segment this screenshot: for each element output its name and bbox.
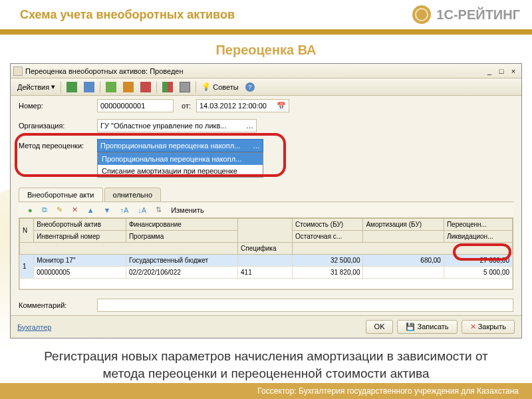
org-label: Организация: bbox=[19, 122, 92, 130]
col-amort[interactable]: Амортизация (БУ) bbox=[363, 219, 444, 231]
ellipsis-icon[interactable]: … bbox=[246, 122, 253, 130]
tips-button[interactable]: 💡Советы bbox=[199, 80, 241, 94]
brand-logo-icon bbox=[412, 5, 431, 24]
sort-asc-icon[interactable]: ↑A bbox=[117, 203, 131, 217]
calendar-icon[interactable]: 📅 bbox=[277, 102, 286, 110]
close-button[interactable]: × bbox=[508, 66, 519, 76]
tabs: Внеоборотные акти олнительно bbox=[11, 182, 521, 201]
dropdown-option-2[interactable]: Списание амортизации при переоценке bbox=[98, 165, 263, 177]
brand: 1С-РЕЙТИНГ bbox=[412, 5, 520, 24]
help-button[interactable]: ? bbox=[243, 80, 257, 94]
minimize-button[interactable]: _ bbox=[484, 66, 495, 76]
edit-row-icon[interactable]: ✎ bbox=[54, 203, 65, 217]
comment-input[interactable] bbox=[97, 299, 513, 312]
change-button[interactable]: Изменить bbox=[168, 203, 207, 217]
copy-row-icon[interactable]: ⧉ bbox=[39, 203, 50, 217]
col-asset[interactable]: Внеоборотный актив bbox=[34, 219, 126, 231]
org-row: Организация: ГУ "Областное управление по… bbox=[11, 116, 521, 136]
table-row-empty bbox=[20, 279, 513, 289]
dropdown-option-1[interactable]: Пропорциональная переоценка накопл... bbox=[98, 153, 263, 165]
maximize-button[interactable]: □ bbox=[496, 66, 507, 76]
toolbar-save-icon[interactable] bbox=[81, 80, 97, 94]
main-toolbar: Действия▾ 💡Советы ? bbox=[11, 78, 521, 96]
date-label: от: bbox=[182, 102, 191, 110]
close-button[interactable]: ✕ Закрыть bbox=[462, 320, 515, 334]
col-reval[interactable]: Переоценн... bbox=[444, 219, 512, 231]
col-prog[interactable]: Программа bbox=[126, 231, 237, 243]
sort-desc-icon[interactable]: ↓A bbox=[135, 203, 149, 217]
brand-text: 1С-РЕЙТИНГ bbox=[436, 7, 520, 23]
save-button[interactable]: 💾 Записать bbox=[397, 320, 457, 334]
bulb-icon: 💡 bbox=[201, 82, 211, 91]
toolbar-dt-kt-icon[interactable] bbox=[160, 80, 176, 94]
titlebar: Переоценка внеоборотных активов: Проведе… bbox=[11, 64, 521, 78]
dialog-window: Переоценка внеоборотных активов: Проведе… bbox=[10, 63, 522, 338]
section-title: Переоценка ВА bbox=[0, 43, 532, 58]
table-row[interactable]: 000000005 02/2/202/106/022 411 31 820,00… bbox=[20, 267, 513, 279]
actions-dropdown[interactable]: Действия▾ bbox=[15, 80, 58, 94]
caption-text: Регистрация новых параметров начисления … bbox=[0, 338, 532, 387]
comment-row: Комментарий: bbox=[11, 295, 521, 315]
bottom-bar: Бухгалтер OK 💾 Записать ✕ Закрыть bbox=[11, 315, 521, 338]
toolbar-register-icon[interactable] bbox=[138, 80, 154, 94]
number-label: Номер: bbox=[19, 102, 92, 110]
cell-prog: 02/2/202/106/022 bbox=[126, 267, 237, 279]
col-fin[interactable]: Финансирование bbox=[126, 219, 237, 231]
save-icon: 💾 bbox=[406, 323, 415, 331]
chevron-down-icon: ▾ bbox=[51, 82, 55, 91]
toolbar-refresh-icon[interactable] bbox=[103, 80, 119, 94]
move-down-icon[interactable]: ▼ bbox=[101, 203, 114, 217]
col-spec bbox=[238, 219, 293, 243]
cell-reval: 27 000,00 bbox=[444, 255, 512, 267]
cell-cost: 32 500,00 bbox=[292, 255, 362, 267]
number-input[interactable]: 00000000001 bbox=[97, 99, 174, 112]
cell-n: 1 bbox=[20, 255, 34, 279]
tab-additional[interactable]: олнительно bbox=[104, 188, 162, 201]
fill-button[interactable]: ⇅ bbox=[153, 203, 164, 217]
col-spec-label[interactable]: Специфика bbox=[238, 243, 293, 255]
cell-liq: 5 000,00 bbox=[444, 267, 512, 279]
cell-amort: 680,00 bbox=[363, 255, 444, 267]
close-icon: ✕ bbox=[470, 323, 476, 331]
toolbar-structure-icon[interactable] bbox=[120, 80, 136, 94]
delete-row-icon[interactable]: ✕ bbox=[69, 203, 80, 217]
ellipsis-icon: … bbox=[253, 142, 260, 150]
grid: N Внеоборотный актив Финансирование Стои… bbox=[19, 217, 513, 290]
user-link[interactable]: Бухгалтер bbox=[17, 323, 51, 331]
window-title: Переоценка внеоборотных активов: Проведе… bbox=[25, 67, 184, 75]
slide-header: Схема учета внеоборотных активов 1С-РЕЙТ… bbox=[0, 0, 532, 35]
cell-rest: 31 820,00 bbox=[292, 267, 362, 279]
ok-button[interactable]: OK bbox=[366, 320, 394, 334]
org-input[interactable]: ГУ "Областное управление по ликв...… bbox=[97, 119, 257, 132]
cell-inv: 000000005 bbox=[34, 267, 126, 279]
col-inv[interactable]: Инвентарный номер bbox=[34, 231, 126, 243]
method-dropdown[interactable]: Пропорциональная переоценка накопл...… П… bbox=[97, 139, 263, 152]
table-row[interactable]: 1 Монитор 17" Государственный бюджет 32 … bbox=[20, 255, 513, 267]
add-row-icon[interactable]: ● bbox=[25, 203, 35, 217]
tab-assets[interactable]: Внеоборотные акти bbox=[19, 188, 103, 201]
cell-asset: Монитор 17" bbox=[34, 255, 126, 267]
move-up-icon[interactable]: ▲ bbox=[84, 203, 97, 217]
grid-toolbar: ● ⧉ ✎ ✕ ▲ ▼ ↑A ↓A ⇅ Изменить bbox=[19, 201, 513, 217]
col-rest[interactable]: Остаточная с... bbox=[292, 231, 362, 243]
window-icon bbox=[13, 66, 23, 76]
footer-text: Госсектор: Бухгалтерия государственного … bbox=[257, 386, 519, 396]
toolbar-post-icon[interactable] bbox=[64, 80, 80, 94]
help-icon: ? bbox=[245, 82, 255, 92]
cell-fin: Государственный бюджет bbox=[126, 255, 237, 267]
date-input[interactable]: 14.03.2012 12:00:00📅 bbox=[196, 99, 289, 112]
number-row: Номер: 00000000001 от: 14.03.2012 12:00:… bbox=[11, 96, 521, 116]
toolbar-report-icon[interactable] bbox=[177, 80, 193, 94]
slide-title: Схема учета внеоборотных активов bbox=[20, 8, 235, 22]
col-liq[interactable]: Ликвидацион... bbox=[444, 231, 512, 243]
col-n[interactable]: N bbox=[20, 219, 34, 243]
footer: Госсектор: Бухгалтерия государственного … bbox=[0, 383, 532, 399]
comment-label: Комментарий: bbox=[19, 301, 92, 309]
method-row: Метод переоценки: Пропорциональная перео… bbox=[11, 136, 521, 156]
method-dropdown-list: Пропорциональная переоценка накопл... Сп… bbox=[97, 152, 263, 178]
method-label: Метод переоценки: bbox=[19, 142, 92, 150]
col-cost[interactable]: Стоимость (БУ) bbox=[292, 219, 362, 231]
cell-spec: 411 bbox=[238, 267, 293, 279]
